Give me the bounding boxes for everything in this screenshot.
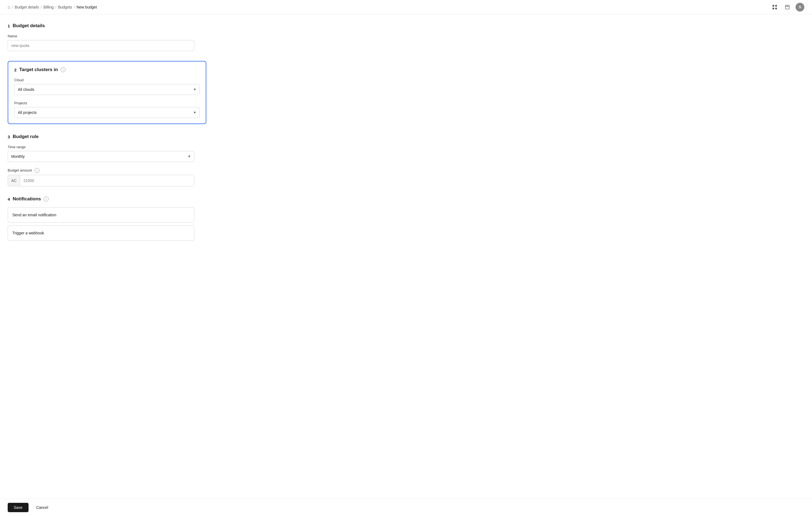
app-container: ⌂ / Budget details / Billing / Budgets /… bbox=[0, 0, 812, 516]
budget-prefix: AC bbox=[8, 175, 20, 186]
target-clusters-info-icon[interactable]: i bbox=[61, 67, 65, 72]
section-budget-details-title: Budget details bbox=[12, 23, 45, 29]
time-range-select[interactable]: Monthly Weekly Daily Yearly bbox=[8, 151, 194, 162]
section-budget-details: 1 Budget details Name bbox=[8, 23, 206, 51]
cancel-button[interactable]: Cancel bbox=[32, 503, 53, 512]
breadcrumb-billing[interactable]: Billing bbox=[44, 5, 54, 9]
section-notifications: 4 Notifications i Send an email notifica… bbox=[8, 196, 206, 241]
section-2-number: 2 bbox=[14, 67, 17, 72]
notification-email-item[interactable]: Send an email notification bbox=[8, 207, 194, 223]
section-budget-rule: 3 Budget rule Time range Monthly Weekly … bbox=[8, 134, 206, 186]
breadcrumb-current: New budget bbox=[77, 5, 97, 9]
notification-webhook-item[interactable]: Trigger a webhook bbox=[8, 225, 194, 241]
section-notifications-header: 4 Notifications i bbox=[8, 196, 206, 202]
svg-rect-3 bbox=[775, 8, 777, 9]
grid-icon-button[interactable] bbox=[770, 3, 779, 11]
notification-webhook-label: Trigger a webhook bbox=[12, 231, 44, 235]
projects-field-group: Projects All projects ▼ bbox=[14, 101, 200, 118]
budget-amount-label: Budget amount i bbox=[8, 168, 206, 173]
svg-rect-2 bbox=[773, 8, 774, 9]
name-input[interactable] bbox=[8, 40, 194, 51]
section-budget-details-header: 1 Budget details bbox=[8, 23, 206, 29]
notification-email-label: Send an email notification bbox=[12, 213, 56, 217]
breadcrumb-org-settings[interactable]: Budget details bbox=[15, 5, 39, 9]
budget-amount-input[interactable] bbox=[20, 175, 194, 186]
section-1-number: 1 bbox=[8, 24, 10, 28]
cloud-field-group: Cloud All clouds ▼ bbox=[14, 78, 200, 95]
cloud-select-wrapper: All clouds ▼ bbox=[14, 84, 200, 95]
svg-rect-1 bbox=[775, 5, 777, 7]
cloud-label: Cloud bbox=[14, 78, 200, 82]
section-budget-rule-title: Budget rule bbox=[12, 134, 38, 139]
time-range-select-wrapper: Monthly Weekly Daily Yearly ▼ bbox=[8, 151, 194, 162]
name-field-group: Name bbox=[8, 34, 206, 51]
projects-label: Projects bbox=[14, 101, 200, 105]
top-nav: ⌂ / Budget details / Billing / Budgets /… bbox=[0, 0, 812, 14]
projects-select[interactable]: All projects bbox=[14, 107, 200, 118]
section-target-clusters-title: Target clusters in bbox=[19, 67, 58, 73]
nav-icons: S bbox=[770, 3, 804, 11]
budget-amount-input-wrapper: AC bbox=[8, 175, 194, 186]
bottom-action-bar: Save Cancel bbox=[0, 499, 812, 516]
section-3-number: 3 bbox=[8, 135, 10, 139]
main-content: 1 Budget details Name 2 Target clusters … bbox=[0, 14, 214, 273]
time-range-field-group: Time range Monthly Weekly Daily Yearly ▼ bbox=[8, 145, 206, 162]
time-range-label: Time range bbox=[8, 145, 206, 149]
section-4-number: 4 bbox=[8, 197, 10, 201]
cloud-select[interactable]: All clouds bbox=[14, 84, 200, 95]
budget-amount-info-icon[interactable]: i bbox=[35, 168, 39, 173]
breadcrumb-budgets[interactable]: Budgets bbox=[58, 5, 72, 9]
breadcrumb: ⌂ / Budget details / Billing / Budgets /… bbox=[8, 5, 97, 9]
budget-amount-field-group: Budget amount i AC bbox=[8, 168, 206, 186]
svg-rect-0 bbox=[773, 5, 774, 7]
section-target-clusters-header: 2 Target clusters in i bbox=[14, 67, 200, 73]
save-button[interactable]: Save bbox=[8, 503, 29, 512]
bookmark-icon bbox=[785, 5, 790, 9]
name-label: Name bbox=[8, 34, 206, 38]
user-avatar[interactable]: S bbox=[795, 3, 804, 11]
notifications-info-icon[interactable]: i bbox=[44, 196, 49, 201]
bookmark-icon-button[interactable] bbox=[783, 3, 792, 11]
projects-select-wrapper: All projects ▼ bbox=[14, 107, 200, 118]
grid-icon bbox=[772, 5, 777, 9]
section-budget-rule-header: 3 Budget rule bbox=[8, 134, 206, 139]
home-icon[interactable]: ⌂ bbox=[8, 5, 10, 9]
section-target-clusters: 2 Target clusters in i Cloud All clouds … bbox=[8, 61, 206, 124]
section-notifications-title: Notifications bbox=[12, 196, 41, 202]
